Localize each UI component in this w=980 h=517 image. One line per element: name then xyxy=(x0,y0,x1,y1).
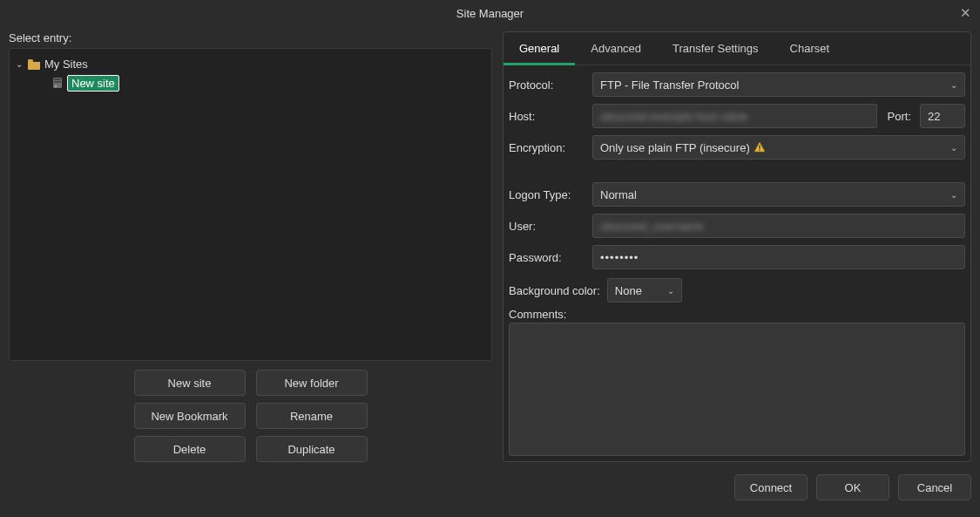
bgcolor-label: Background color: xyxy=(509,284,600,297)
password-input[interactable]: •••••••• xyxy=(592,245,965,269)
svg-point-3 xyxy=(55,85,57,87)
tree-site-row[interactable]: New site xyxy=(13,73,488,92)
left-panel: Select entry: ⌄ My Sites New site New si… xyxy=(9,31,492,462)
tree-site-label[interactable]: New site xyxy=(67,75,119,92)
ok-button[interactable]: OK xyxy=(816,474,889,500)
comments-textarea[interactable] xyxy=(509,323,965,456)
bgcolor-value: None xyxy=(615,284,642,297)
encryption-row: Encryption: Only use plain FTP (insecure… xyxy=(509,135,965,160)
port-value: 22 xyxy=(928,110,940,123)
general-form: Protocol: FTP - File Transfer Protocol ⌄… xyxy=(504,65,970,275)
svg-rect-4 xyxy=(759,146,760,149)
tree-root-label: My Sites xyxy=(44,58,88,71)
port-label: Port: xyxy=(882,110,915,123)
svg-rect-2 xyxy=(54,81,61,83)
host-label: Host: xyxy=(509,110,587,123)
encryption-value: Only use plain FTP (insecure) xyxy=(600,141,750,154)
new-bookmark-button[interactable]: New Bookmark xyxy=(134,403,246,429)
tabs: General Advanced Transfer Settings Chars… xyxy=(504,32,970,65)
cancel-button[interactable]: Cancel xyxy=(898,474,971,500)
host-value: obscured.example.host.value xyxy=(600,110,747,123)
server-icon xyxy=(51,77,64,89)
titlebar: Site Manager ✕ xyxy=(0,0,980,26)
duplicate-button[interactable]: Duplicate xyxy=(256,436,368,462)
protocol-label: Protocol: xyxy=(509,78,587,92)
svg-rect-5 xyxy=(759,149,760,150)
password-row: Password: •••••••• xyxy=(509,245,965,269)
select-entry-label: Select entry: xyxy=(9,31,492,44)
logon-value: Normal xyxy=(600,188,637,201)
window-title: Site Manager xyxy=(456,7,524,20)
user-value: obscured_username xyxy=(600,220,704,233)
encryption-label: Encryption: xyxy=(509,141,587,154)
footer-buttons: Connect OK Cancel xyxy=(0,462,980,500)
protocol-value: FTP - File Transfer Protocol xyxy=(600,78,739,92)
chevron-down-icon: ⌄ xyxy=(950,80,957,90)
port-input[interactable]: 22 xyxy=(920,104,965,128)
user-input[interactable]: obscured_username xyxy=(592,214,965,238)
folder-icon xyxy=(27,58,41,70)
protocol-row: Protocol: FTP - File Transfer Protocol ⌄ xyxy=(509,72,965,97)
encryption-dropdown[interactable]: Only use plain FTP (insecure) ⌄ xyxy=(592,135,965,160)
chevron-down-icon: ⌄ xyxy=(667,286,674,296)
tab-charset[interactable]: Charset xyxy=(774,32,846,65)
comments-label: Comments: xyxy=(509,308,965,321)
chevron-down-icon: ⌄ xyxy=(950,143,957,153)
new-site-button[interactable]: New site xyxy=(134,370,246,396)
host-input[interactable]: obscured.example.host.value xyxy=(592,104,877,128)
rename-button[interactable]: Rename xyxy=(256,403,368,429)
right-panel: General Advanced Transfer Settings Chars… xyxy=(503,31,971,462)
main-area: Select entry: ⌄ My Sites New site New si… xyxy=(0,26,980,462)
bottom-form: Background color: None ⌄ Comments: xyxy=(504,275,970,461)
svg-rect-1 xyxy=(54,78,61,80)
chevron-down-icon: ⌄ xyxy=(950,190,957,200)
password-label: Password: xyxy=(509,251,587,264)
tree-root-row[interactable]: ⌄ My Sites xyxy=(13,54,488,73)
connect-button[interactable]: Connect xyxy=(734,474,808,500)
host-row: Host: obscured.example.host.value Port: … xyxy=(509,104,965,128)
close-icon[interactable]: ✕ xyxy=(960,5,971,21)
left-buttons: New site New folder New Bookmark Rename … xyxy=(9,370,492,462)
new-folder-button[interactable]: New folder xyxy=(256,370,368,396)
protocol-dropdown[interactable]: FTP - File Transfer Protocol ⌄ xyxy=(592,72,965,97)
logon-label: Logon Type: xyxy=(509,188,587,201)
tab-general[interactable]: General xyxy=(504,32,575,65)
tab-transfer-settings[interactable]: Transfer Settings xyxy=(657,32,774,65)
tab-advanced[interactable]: Advanced xyxy=(575,32,657,65)
user-label: User: xyxy=(509,220,587,233)
logon-dropdown[interactable]: Normal ⌄ xyxy=(592,182,965,207)
chevron-down-icon[interactable]: ⌄ xyxy=(13,59,25,69)
site-tree[interactable]: ⌄ My Sites New site xyxy=(9,48,492,361)
bgcolor-dropdown[interactable]: None ⌄ xyxy=(607,278,682,303)
logon-row: Logon Type: Normal ⌄ xyxy=(509,182,965,207)
password-value: •••••••• xyxy=(600,251,639,264)
delete-button[interactable]: Delete xyxy=(134,436,246,462)
bgcolor-row: Background color: None ⌄ xyxy=(509,278,965,303)
warning-icon xyxy=(754,141,766,153)
separator xyxy=(509,167,965,175)
user-row: User: obscured_username xyxy=(509,214,965,238)
